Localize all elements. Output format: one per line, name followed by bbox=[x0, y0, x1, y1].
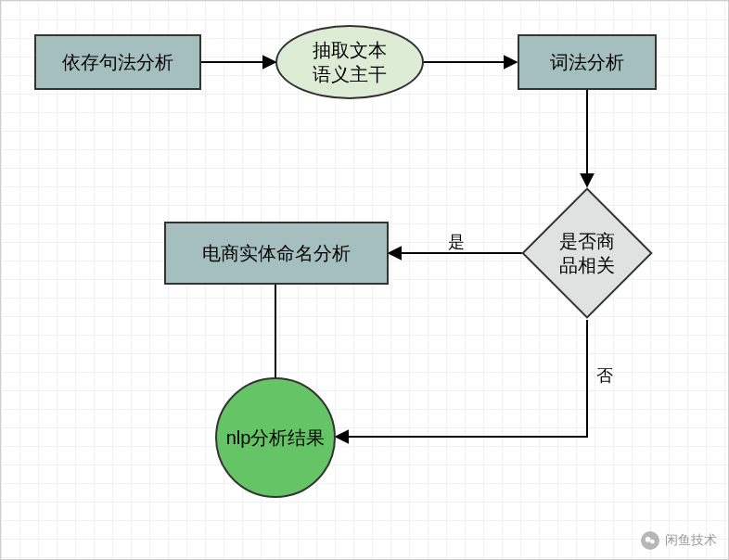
node-lexical-analysis: 词法分析 bbox=[518, 34, 657, 90]
watermark-text: 闲鱼技术 bbox=[665, 532, 717, 549]
svg-point-5 bbox=[650, 540, 655, 544]
node-text: 词法分析 bbox=[550, 50, 624, 74]
node-text-line1: 抽取文本 bbox=[313, 40, 387, 60]
edge-label-yes: 是 bbox=[448, 231, 465, 253]
node-text-line2: 品相关 bbox=[559, 255, 615, 275]
edge-label-no: 否 bbox=[596, 364, 613, 387]
node-text: nlp分析结果 bbox=[226, 426, 326, 450]
node-text-line2: 语义主干 bbox=[313, 64, 387, 84]
watermark: 闲鱼技术 bbox=[641, 531, 717, 550]
node-text: 依存句法分析 bbox=[62, 50, 173, 74]
node-nlp-result: nlp分析结果 bbox=[215, 377, 336, 498]
node-decision-product-related: 是否商 品相关 bbox=[521, 187, 652, 318]
diagram-canvas: 依存句法分析 抽取文本 语义主干 词法分析 是否商 品相关 电商实体命名分析 n… bbox=[0, 0, 729, 560]
node-text: 电商实体命名分析 bbox=[202, 241, 351, 265]
node-text: 是否商 品相关 bbox=[543, 229, 632, 277]
wechat-icon bbox=[641, 531, 659, 550]
node-dependency-parsing: 依存句法分析 bbox=[34, 34, 201, 90]
svg-point-4 bbox=[646, 537, 651, 542]
node-text: 抽取文本 语义主干 bbox=[313, 38, 387, 86]
node-ecommerce-ner: 电商实体命名分析 bbox=[164, 222, 389, 285]
node-text-line1: 是否商 bbox=[559, 231, 615, 251]
node-extract-semantic-trunk: 抽取文本 语义主干 bbox=[275, 25, 424, 99]
